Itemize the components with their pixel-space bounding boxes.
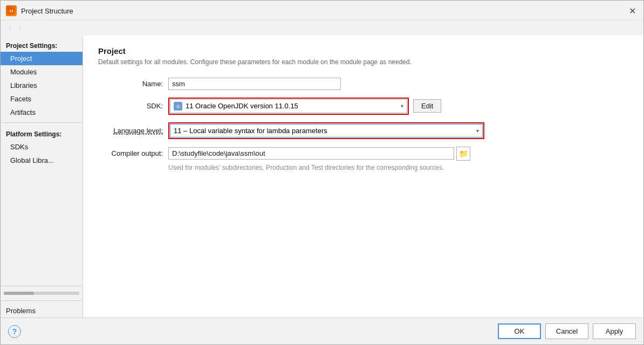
apply-button[interactable]: Apply bbox=[593, 323, 636, 339]
folder-icon: 📁 bbox=[459, 149, 468, 158]
project-structure-dialog: IJ Project Structure ✕ ‹ › Project Setti… bbox=[0, 0, 644, 345]
name-input[interactable] bbox=[168, 78, 341, 90]
sidebar: Project Settings: Project Modules Librar… bbox=[1, 36, 83, 318]
svg-text:IJ: IJ bbox=[10, 9, 13, 13]
browse-folder-button[interactable]: 📁 bbox=[456, 147, 470, 161]
sidebar-divider-3 bbox=[1, 300, 83, 301]
edit-sdk-button[interactable]: Edit bbox=[413, 99, 441, 113]
sdk-icon: ☰ bbox=[174, 102, 182, 111]
content-area: Project Settings: Project Modules Librar… bbox=[1, 36, 643, 318]
svg-text:☰: ☰ bbox=[176, 105, 180, 108]
sdk-label: SDK: bbox=[98, 102, 168, 110]
sidebar-item-facets[interactable]: Facets bbox=[1, 92, 83, 106]
platform-settings-label: Platform Settings: bbox=[1, 126, 83, 140]
language-level-dropdown[interactable]: 11 – Local variable syntax for lambda pa… bbox=[170, 124, 483, 137]
bottom-buttons: OK Cancel Apply bbox=[498, 323, 636, 339]
sdk-value: 11 Oracle OpenJDK version 11.0.15 bbox=[186, 102, 298, 110]
ok-button[interactable]: OK bbox=[498, 323, 541, 339]
lang-dropdown-container: 11 – Local variable syntax for lambda pa… bbox=[168, 122, 484, 139]
chevron-down-icon: ▾ bbox=[401, 103, 403, 109]
language-level-label: Language level: bbox=[98, 127, 168, 135]
compiler-output-row: Compiler output: 📁 bbox=[98, 147, 628, 161]
compiler-output-label: Compiler output: bbox=[98, 149, 168, 157]
cancel-button[interactable]: Cancel bbox=[545, 323, 588, 339]
main-panel: Project Default settings for all modules… bbox=[83, 36, 643, 318]
sdk-wrapper: ☰ 11 Oracle OpenJDK version 11.0.15 ▾ Ed… bbox=[168, 98, 441, 115]
title-bar: IJ Project Structure ✕ bbox=[1, 1, 643, 20]
sdk-row: SDK: ☰ 11 Oracle OpenJ bbox=[98, 98, 628, 115]
language-level-row: Language level: 11 – Local variable synt… bbox=[98, 122, 628, 139]
language-level-value: 11 – Local variable syntax for lambda pa… bbox=[174, 127, 327, 135]
dialog-title: Project Structure bbox=[21, 7, 73, 15]
title-bar-left: IJ Project Structure bbox=[6, 5, 73, 16]
nav-bar: ‹ › bbox=[1, 20, 643, 36]
sidebar-item-project[interactable]: Project bbox=[1, 52, 83, 65]
sidebar-divider bbox=[1, 122, 83, 123]
back-button[interactable]: ‹ bbox=[6, 23, 14, 33]
forward-button[interactable]: › bbox=[16, 23, 24, 33]
section-title: Project bbox=[98, 46, 628, 56]
sidebar-item-sdks[interactable]: SDKs bbox=[1, 140, 83, 154]
sidebar-item-artifacts[interactable]: Artifacts bbox=[1, 106, 83, 119]
project-settings-label: Project Settings: bbox=[1, 38, 83, 52]
sidebar-item-modules[interactable]: Modules bbox=[1, 65, 83, 79]
sidebar-scrollbar[interactable] bbox=[4, 292, 79, 295]
compiler-input-wrapper: 📁 bbox=[168, 147, 470, 161]
close-button[interactable]: ✕ bbox=[626, 5, 638, 17]
compiler-output-note: Used for modules' subdirectories, Produc… bbox=[168, 164, 628, 171]
bottom-bar: ? OK Cancel Apply bbox=[1, 318, 643, 344]
help-button[interactable]: ? bbox=[8, 325, 21, 338]
compiler-output-input[interactable] bbox=[168, 147, 454, 160]
sdk-dropdown[interactable]: ☰ 11 Oracle OpenJDK version 11.0.15 ▾ bbox=[170, 99, 407, 113]
sidebar-divider-2 bbox=[1, 286, 83, 286]
name-row: Name: bbox=[98, 78, 628, 90]
sidebar-item-libraries[interactable]: Libraries bbox=[1, 79, 83, 92]
scrollbar-thumb bbox=[4, 292, 34, 295]
sidebar-item-problems[interactable]: Problems bbox=[1, 304, 83, 318]
name-label: Name: bbox=[98, 80, 168, 88]
sidebar-item-global-libraries[interactable]: Global Libra... bbox=[1, 154, 83, 167]
sdk-dropdown-container: ☰ 11 Oracle OpenJDK version 11.0.15 ▾ bbox=[168, 98, 409, 115]
section-description: Default settings for all modules. Config… bbox=[98, 58, 628, 67]
app-icon: IJ bbox=[6, 5, 17, 16]
lang-chevron-down-icon: ▾ bbox=[476, 128, 479, 134]
sdk-dropdown-inner: ☰ 11 Oracle OpenJDK version 11.0.15 bbox=[174, 102, 298, 111]
